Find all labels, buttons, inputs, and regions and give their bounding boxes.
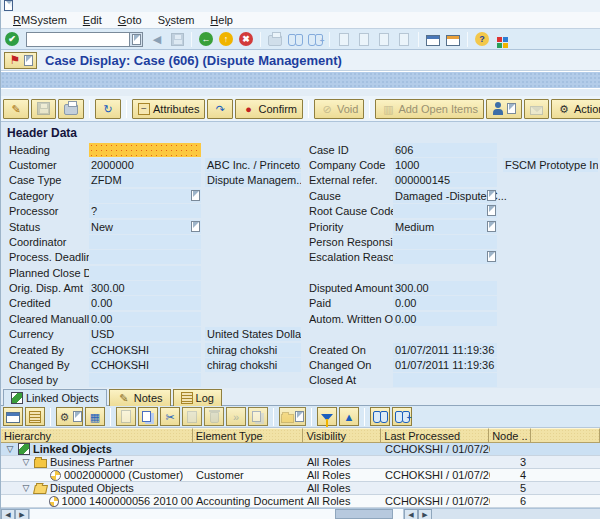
column-header-node[interactable]: Node .. xyxy=(489,428,531,443)
print-button[interactable] xyxy=(58,99,84,119)
expander-icon[interactable]: ▽ xyxy=(21,482,31,495)
find-button[interactable] xyxy=(370,407,390,426)
column-header-filler[interactable] xyxy=(531,428,600,443)
field-currency[interactable]: USD xyxy=(89,327,201,341)
dropdown-icon[interactable] xyxy=(487,221,496,232)
display-object-button[interactable] xyxy=(3,407,23,426)
menu-goto[interactable]: Goto xyxy=(110,14,150,26)
new-session-button[interactable] xyxy=(424,30,442,48)
expander-icon[interactable]: ▽ xyxy=(21,456,31,469)
field-closed-at[interactable] xyxy=(393,373,497,387)
field-status[interactable]: New xyxy=(89,220,201,234)
filter-button[interactable] xyxy=(317,407,337,426)
table-row-business-partner[interactable]: ▽Business PartnerAll Roles3 xyxy=(1,456,600,469)
table-row-linked-objects[interactable]: ▽Linked ObjectsCCHOKSHI / 01/07/2011... xyxy=(1,443,600,456)
menu-system[interactable]: System xyxy=(150,14,203,26)
menu-rmsystem[interactable]: RMSystem xyxy=(5,14,75,26)
column-header-hierarchy[interactable]: Hierarchy xyxy=(1,428,193,443)
services-for-object-button[interactable]: ⚑ xyxy=(4,52,37,69)
field-planned-close-d[interactable] xyxy=(89,266,201,280)
help-button[interactable]: ? xyxy=(473,30,491,48)
folder-menu-icon xyxy=(281,414,294,423)
field-cleared-manually[interactable]: 0.00 xyxy=(89,312,201,326)
field-value: New xyxy=(91,221,113,233)
field-case-id[interactable]: 606 xyxy=(393,143,497,157)
confirm-button[interactable]: ●Confirm xyxy=(235,99,303,119)
table-row-0002000000-customer[interactable]: 0002000000 (Customer)CustomerAll RolesCC… xyxy=(1,469,600,482)
field-autom-written-off[interactable]: 0.00 xyxy=(393,312,497,326)
header-data-form: HeadingCase ID606Customer2000000ABC Inc.… xyxy=(1,142,600,388)
create-shortcut-button[interactable] xyxy=(444,30,462,48)
field-cause[interactable]: Damaged -Dispute C... xyxy=(393,189,497,203)
scrollbar-track[interactable] xyxy=(29,509,404,519)
exit-button[interactable]: ↑ xyxy=(217,30,235,48)
expander-icon[interactable]: ▽ xyxy=(5,443,15,456)
resubmit-button[interactable]: ↷ xyxy=(207,99,233,119)
field-changed-on[interactable]: 01/07/2011 11:19:36 xyxy=(393,358,497,372)
dropdown-icon[interactable] xyxy=(487,190,496,201)
log-button[interactable] xyxy=(25,407,45,426)
menu-edit[interactable]: Edit xyxy=(75,14,110,26)
field-case-type[interactable]: ZFDM xyxy=(89,173,201,187)
dropdown-icon[interactable] xyxy=(487,251,496,262)
field-disputed-amount[interactable]: 300.00 xyxy=(393,281,497,295)
field-company-code[interactable]: 1000 xyxy=(393,158,497,172)
actions-button[interactable]: ⚙Actions xyxy=(551,99,600,119)
dropdown-icon[interactable] xyxy=(191,221,200,232)
tab-linked-objects[interactable]: Linked Objects xyxy=(3,389,107,406)
field-escalation-reason[interactable] xyxy=(393,250,497,264)
command-field[interactable] xyxy=(26,32,130,47)
layout-button[interactable]: ▦ xyxy=(85,407,105,426)
separator xyxy=(260,32,261,47)
column-header-element-type[interactable]: Element Type xyxy=(193,428,304,443)
find-next-button[interactable]: + xyxy=(392,407,412,426)
scroll-left-icon-2[interactable]: ◀ xyxy=(404,509,418,519)
column-header-visibility[interactable]: Visibility xyxy=(303,428,381,443)
field-closed-by[interactable] xyxy=(89,373,201,387)
field-credited[interactable]: 0.00 xyxy=(89,296,201,310)
dropdown-icon[interactable] xyxy=(487,205,496,216)
table-row-1000-1400000056-2010-001-f[interactable]: 1000 1400000056 2010 001 (FAccounting Do… xyxy=(1,495,600,508)
command-history-icon[interactable] xyxy=(130,32,143,47)
attributes-button[interactable]: Attributes xyxy=(132,99,205,119)
field-created-on[interactable]: 01/07/2011 11:19:36 xyxy=(393,343,497,357)
field-orig-disp-amt[interactable]: 300.00 xyxy=(89,281,201,295)
field-priority[interactable]: Medium xyxy=(393,220,497,234)
cut-button[interactable]: ✂ xyxy=(160,407,180,426)
cancel-button[interactable]: ✖ xyxy=(237,30,255,48)
field-value: Medium xyxy=(395,221,434,233)
field-person-responsi[interactable] xyxy=(393,235,497,249)
scrollbar-thumb[interactable] xyxy=(335,509,393,519)
refresh-button[interactable]: ↻ xyxy=(95,99,121,119)
display-change-button[interactable]: ✎ xyxy=(3,99,29,119)
scroll-right-icon-2[interactable]: ▶ xyxy=(418,509,432,519)
back-button[interactable]: ← xyxy=(197,30,215,48)
dropdown-icon[interactable] xyxy=(191,190,200,201)
field-created-by[interactable]: CCHOKSHI xyxy=(89,343,201,357)
settings-button[interactable]: ⚙ xyxy=(56,407,83,426)
menu-help[interactable]: Help xyxy=(202,14,241,26)
field-changed-by[interactable]: CCHOKSHI xyxy=(89,358,201,372)
field-heading[interactable] xyxy=(89,143,201,157)
organization-button[interactable] xyxy=(486,99,522,119)
field-category[interactable] xyxy=(89,189,201,203)
tab-notes[interactable]: ✎Notes xyxy=(109,389,171,406)
sort-ascending-button[interactable]: ▲ xyxy=(339,407,359,426)
table-row-disputed-objects[interactable]: ▽Disputed ObjectsAll Roles5 xyxy=(1,482,600,495)
column-header-last-processed[interactable]: Last Processed xyxy=(381,428,489,443)
tab-log[interactable]: Log xyxy=(173,389,222,406)
field-customer[interactable]: 2000000 xyxy=(89,158,201,172)
field-paid[interactable]: 0.00 xyxy=(393,296,497,310)
copy-button[interactable] xyxy=(138,407,158,426)
scroll-right-icon[interactable]: ▶ xyxy=(15,509,29,519)
customize-layout-button[interactable] xyxy=(493,30,511,48)
field-external-refer[interactable]: 000000145 xyxy=(393,173,497,187)
field-coordinator[interactable] xyxy=(89,235,201,249)
enter-button[interactable]: ✔ xyxy=(3,30,21,48)
field-root-cause-code[interactable] xyxy=(393,204,497,218)
field-process-deadline[interactable] xyxy=(89,250,201,264)
field-processor[interactable]: ? xyxy=(89,204,201,218)
scroll-left-icon[interactable]: ◀ xyxy=(1,509,15,519)
horizontal-scrollbar[interactable]: ◀ ▶ ◀ ▶ xyxy=(1,508,600,519)
collapse-command-button[interactable]: ◀ xyxy=(148,30,166,48)
